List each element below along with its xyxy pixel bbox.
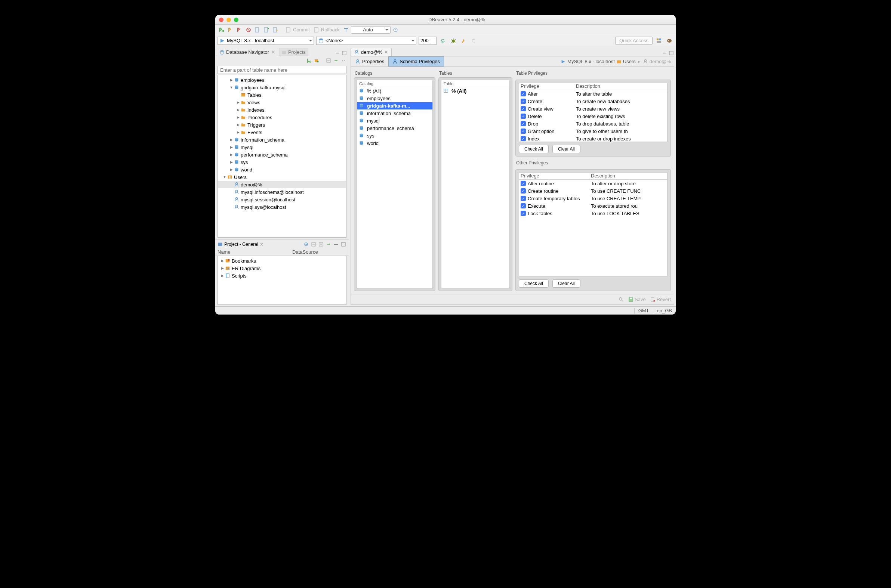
tree-node[interactable]: Procedures — [218, 114, 346, 121]
privilege-checkbox[interactable] — [521, 129, 526, 134]
tree-node[interactable]: Tables — [218, 91, 346, 99]
tree-twisty-icon[interactable] — [236, 123, 240, 127]
sql-editor-icon[interactable] — [253, 26, 261, 34]
table-priv-row[interactable]: IndexTo create or drop indexes — [519, 135, 667, 142]
other-privs-check-all-button[interactable]: Check All — [519, 279, 548, 288]
link-editor-icon[interactable] — [333, 57, 339, 63]
other-priv-row[interactable]: Create routineTo use CREATE FUNC — [519, 187, 667, 195]
editor-tab-user[interactable]: demo@% ✕ — [350, 48, 392, 56]
other-priv-row[interactable]: Create temporary tablesTo use CREATE TEM… — [519, 195, 667, 202]
tree-twisty-icon[interactable] — [222, 175, 227, 179]
disconnect-icon[interactable] — [245, 26, 252, 34]
commit-button[interactable]: Commit — [284, 26, 311, 34]
editor-min-icon[interactable] — [661, 50, 667, 56]
tree-node[interactable]: performance_schema — [218, 151, 346, 158]
search-icon[interactable] — [619, 297, 624, 302]
project-tree[interactable]: BookmarksER DiagramsScripts — [218, 256, 347, 305]
table-priv-row[interactable]: DeleteTo delete existing rows — [519, 112, 667, 120]
close-project-tab-icon[interactable]: ✕ — [260, 242, 264, 247]
tab-properties[interactable]: Properties — [351, 56, 388, 67]
project-node[interactable]: Scripts — [218, 272, 346, 279]
catalog-item[interactable]: information_schema — [357, 110, 433, 117]
perspective-icon[interactable] — [655, 37, 663, 45]
add-conn-icon[interactable] — [306, 57, 312, 63]
other-priv-row[interactable]: Alter routineTo alter or drop store — [519, 180, 667, 187]
close-tab-icon[interactable]: ✕ — [271, 49, 275, 55]
tx-history-icon[interactable] — [391, 26, 400, 34]
minimize-view-icon[interactable] — [335, 50, 341, 56]
crumb-user[interactable]: demo@% — [649, 58, 671, 64]
privilege-checkbox[interactable] — [521, 106, 526, 111]
privilege-checkbox[interactable] — [521, 211, 526, 216]
tree-twisty-icon[interactable] — [229, 146, 234, 149]
privilege-checkbox[interactable] — [521, 91, 526, 96]
table-item[interactable]: % (All) — [442, 87, 509, 94]
plug-disconnect-icon[interactable] — [236, 26, 244, 34]
project-collapse-icon[interactable] — [311, 242, 317, 247]
autocommit-combo[interactable]: Auto — [351, 26, 391, 34]
tree-twisty-icon[interactable] — [220, 274, 225, 278]
table-priv-row[interactable]: AlterTo alter the table — [519, 90, 667, 98]
other-priv-row[interactable]: Lock tablesTo use LOCK TABLES — [519, 210, 667, 217]
tree-node[interactable]: mysql.infoschema@localhost — [218, 188, 346, 196]
other-priv-row[interactable]: ExecuteTo execute stored rou — [519, 202, 667, 210]
tree-node[interactable]: employees — [218, 76, 346, 84]
tree-node[interactable]: Users — [218, 173, 346, 181]
table-priv-row[interactable]: CreateTo create new databases — [519, 98, 667, 105]
tree-twisty-icon[interactable] — [220, 259, 225, 262]
tree-node[interactable]: world — [218, 166, 346, 173]
tree-twisty-icon[interactable] — [236, 116, 240, 119]
view-menu-icon[interactable] — [341, 57, 347, 63]
tree-node[interactable]: Indexes — [218, 106, 346, 114]
privilege-checkbox[interactable] — [521, 136, 526, 141]
tree-twisty-icon[interactable] — [236, 130, 240, 134]
catalogs-list[interactable]: Catalog % (All)employeesgridgain-kafka-m… — [356, 80, 433, 288]
sql-new-icon[interactable] — [262, 26, 270, 34]
tree-node[interactable]: gridgain-kafka-mysql — [218, 84, 346, 91]
tables-list[interactable]: Table % (All) — [441, 80, 510, 288]
crumb-users[interactable]: Users — [623, 58, 636, 64]
project-link-icon[interactable] — [326, 242, 332, 247]
rollback-button[interactable]: Rollback — [312, 26, 341, 34]
maximize-view-icon[interactable] — [341, 50, 347, 56]
project-node[interactable]: Bookmarks — [218, 257, 346, 264]
tree-twisty-icon[interactable] — [229, 86, 234, 89]
table-priv-row[interactable]: DropTo drop databases, table — [519, 120, 667, 128]
tree-twisty-icon[interactable] — [229, 168, 234, 171]
window-zoom-button[interactable] — [234, 18, 239, 22]
crumb-connection[interactable]: MySQL 8.x - localhost — [567, 58, 615, 64]
tab-db-navigator[interactable]: Database Navigator ✕ — [217, 48, 278, 56]
privilege-checkbox[interactable] — [521, 114, 526, 119]
privilege-checkbox[interactable] — [521, 121, 526, 126]
privilege-checkbox[interactable] — [521, 181, 526, 186]
window-close-button[interactable] — [219, 18, 224, 22]
undo-icon[interactable] — [470, 37, 478, 45]
other-privs-clear-all-button[interactable]: Clear All — [552, 279, 580, 288]
new-folder-icon[interactable] — [314, 57, 320, 63]
tree-twisty-icon[interactable] — [220, 266, 225, 270]
tree-twisty-icon[interactable] — [236, 108, 240, 112]
sql-recent-icon[interactable] — [271, 26, 279, 34]
tree-twisty-icon[interactable] — [229, 160, 234, 164]
collapse-icon[interactable] — [326, 57, 332, 63]
other-privs-grid[interactable]: PrivilegeDescription Alter routineTo alt… — [519, 172, 667, 276]
new-connection-icon[interactable] — [218, 26, 226, 34]
project-max-icon[interactable] — [341, 242, 347, 247]
tree-node[interactable]: information_schema — [218, 136, 346, 144]
window-minimize-button[interactable] — [227, 18, 231, 22]
tree-twisty-icon[interactable] — [236, 100, 240, 104]
navigator-tree[interactable]: employeesgridgain-kafka-mysqlTablesViews… — [218, 75, 347, 238]
tab-schema-privileges[interactable]: Schema Privileges — [388, 56, 444, 67]
editor-max-icon[interactable] — [668, 50, 674, 56]
catalog-item[interactable]: sys — [357, 132, 433, 140]
max-rows-input[interactable] — [419, 37, 437, 45]
quick-access-input[interactable]: Quick Access — [615, 37, 652, 45]
tree-twisty-icon[interactable] — [229, 78, 234, 82]
table-privs-check-all-button[interactable]: Check All — [519, 145, 548, 153]
refresh-icon[interactable] — [439, 37, 447, 45]
connection-combo[interactable]: MySQL 8.x - localhost — [218, 37, 314, 45]
tx-mode-icon[interactable] — [342, 26, 350, 34]
tree-twisty-icon[interactable] — [229, 138, 234, 142]
tree-twisty-icon[interactable] — [229, 153, 234, 156]
tree-node[interactable]: sys — [218, 158, 346, 166]
